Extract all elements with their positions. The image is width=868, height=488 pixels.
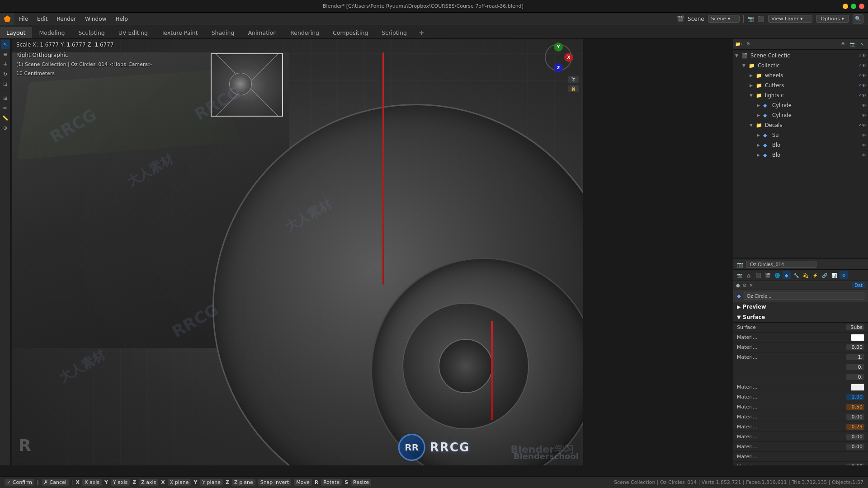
tree-item-cutters[interactable]: ▶ 📁 Cutters ✓ 👁 bbox=[733, 80, 868, 90]
mesh-name-input[interactable] bbox=[744, 292, 864, 300]
tab-uv-editing[interactable]: UV Editing bbox=[112, 27, 154, 38]
tree-eye-decals[interactable]: 👁 bbox=[862, 123, 866, 128]
viewport-3d[interactable]: View ▾ Select ▾ Add ▾ Object ▾ ⊞ Global … bbox=[12, 26, 583, 465]
outliner-render-btn[interactable]: 📷 bbox=[849, 40, 857, 48]
prop-tab-output[interactable]: 🖨 bbox=[745, 271, 753, 279]
tree-eye-lights[interactable]: 👁 bbox=[862, 93, 866, 98]
menu-help[interactable]: Help bbox=[111, 13, 132, 25]
surface-section[interactable]: ▼ Surface bbox=[733, 312, 868, 323]
outliner-visibility-btn[interactable]: 👁 bbox=[839, 40, 847, 48]
mat-value-11[interactable]: 0.00 bbox=[846, 444, 864, 450]
measure-tool-btn[interactable]: 📏 bbox=[1, 113, 10, 122]
tree-item-blo-1[interactable]: ▶ ◆ Blo 👁 bbox=[733, 140, 868, 150]
mat-value-1[interactable]: 0.00 bbox=[846, 344, 864, 350]
tree-item-su[interactable]: ▶ ◆ Su 👁 bbox=[733, 130, 868, 140]
tree-item-cylinde-1[interactable]: ▶ ◆ Cylinde 👁 bbox=[733, 100, 868, 110]
resize-key[interactable]: Resize bbox=[351, 479, 371, 486]
minimize-btn[interactable] bbox=[843, 4, 848, 9]
mat-swatch-5[interactable] bbox=[851, 384, 864, 391]
tree-eye-cutters[interactable]: 👁 bbox=[862, 83, 866, 88]
tree-eye-wheels[interactable]: 👁 bbox=[862, 73, 866, 78]
tree-eye-collectic[interactable]: 👁 bbox=[862, 63, 866, 68]
tree-eye-cylinde-1[interactable]: 👁 bbox=[862, 103, 866, 108]
y-plane-key[interactable]: Y plane bbox=[200, 479, 223, 486]
prop-tab-constraints[interactable]: 🔗 bbox=[821, 271, 829, 279]
scene-select[interactable]: Scene ▾ bbox=[708, 15, 740, 23]
prop-tab-render[interactable]: 📷 bbox=[735, 271, 743, 279]
tab-shading[interactable]: Shading bbox=[205, 27, 241, 38]
mat-value-2[interactable]: 1. bbox=[846, 354, 864, 360]
view-layer-select[interactable]: View Layer ▾ bbox=[768, 15, 812, 23]
tab-modeling[interactable]: Modeling bbox=[33, 27, 71, 38]
mat-value-8[interactable]: 0.00 bbox=[846, 414, 864, 420]
y-axis-key[interactable]: Y axis bbox=[111, 479, 130, 486]
tree-eye-blo-2[interactable]: 👁 bbox=[862, 153, 866, 158]
dat-tab[interactable]: Dat bbox=[852, 282, 865, 288]
options-btn[interactable]: Options ▾ bbox=[816, 15, 849, 23]
mat-value-6[interactable]: 1.00 bbox=[846, 394, 864, 400]
tree-item-collectic[interactable]: ▼ 📁 Collectic ✓ 👁 bbox=[733, 61, 868, 70]
gizmo-y[interactable]: Y bbox=[554, 42, 563, 52]
mat-value-3[interactable]: 0. bbox=[846, 364, 864, 370]
close-btn[interactable] bbox=[859, 4, 864, 9]
x-axis-key[interactable]: X axis bbox=[82, 479, 102, 486]
prop-tab-object[interactable]: ◆ bbox=[783, 271, 791, 279]
prop-tab-scene[interactable]: 🎬 bbox=[764, 271, 772, 279]
z-axis-key[interactable]: Z axis bbox=[139, 479, 158, 486]
menu-render[interactable]: Render bbox=[52, 13, 80, 25]
prop-tab-view-layer[interactable]: ⬛ bbox=[754, 271, 762, 279]
tree-scene-collection[interactable]: ▼ 🎬 Scene Collectic ✓ 👁 bbox=[733, 51, 868, 61]
prop-tab-modifier[interactable]: 🔧 bbox=[792, 271, 800, 279]
tree-item-blo-2[interactable]: ▶ ◆ Blo 👁 bbox=[733, 150, 868, 160]
x-plane-key[interactable]: X plane bbox=[168, 479, 191, 486]
prop-tab-material[interactable]: ⚙ bbox=[840, 271, 848, 279]
move-tool-btn[interactable]: ✛ bbox=[1, 60, 10, 69]
tab-sculpting[interactable]: Sculpting bbox=[72, 27, 111, 38]
cursor-tool-btn[interactable]: ⊕ bbox=[1, 50, 10, 59]
maximize-btn[interactable] bbox=[851, 4, 856, 9]
persp-ortho-btn[interactable]: 🔭 bbox=[568, 76, 579, 83]
search-btn[interactable]: 🔍 bbox=[853, 14, 863, 23]
tab-compositing[interactable]: Compositing bbox=[326, 27, 374, 38]
obj-name-input[interactable] bbox=[746, 261, 816, 268]
subs-value[interactable]: Subs bbox=[846, 324, 864, 330]
outliner-new-collection-btn[interactable]: 📁+ bbox=[735, 40, 743, 48]
tab-scripting[interactable]: Scripting bbox=[375, 27, 413, 38]
tab-layout[interactable]: Layout bbox=[0, 27, 32, 38]
preview-section[interactable]: ▶ Preview bbox=[733, 302, 868, 312]
select-tool-btn[interactable]: ↖ bbox=[1, 40, 10, 49]
tree-item-lights[interactable]: ▼ 📁 lights c ✓ 👁 bbox=[733, 90, 868, 100]
move-key[interactable]: Move bbox=[294, 479, 312, 486]
tree-item-wheels[interactable]: ▶ 📁 wheels ✓ 👁 bbox=[733, 70, 868, 80]
tree-item-cylinde-2[interactable]: ▶ ◆ Cylinde 👁 bbox=[733, 110, 868, 120]
mat-swatch-0[interactable] bbox=[851, 334, 864, 341]
scale-tool-btn[interactable]: ⊡ bbox=[1, 80, 10, 89]
cancel-key[interactable]: ✗ Cancel bbox=[42, 479, 69, 486]
tab-texture-paint[interactable]: Texture Paint bbox=[155, 27, 204, 38]
menu-window[interactable]: Window bbox=[80, 13, 111, 25]
prop-tab-physics[interactable]: ⚡ bbox=[811, 271, 819, 279]
add-object-btn[interactable]: ⊕ bbox=[1, 123, 10, 132]
add-workspace-btn[interactable]: + bbox=[414, 27, 429, 38]
mat-value-7[interactable]: 0.50 bbox=[846, 404, 864, 410]
annotate-tool-btn[interactable]: ✏ bbox=[1, 103, 10, 113]
transform-tool-btn[interactable]: ⊞ bbox=[1, 94, 10, 103]
tab-animation[interactable]: Animation bbox=[241, 27, 283, 38]
prop-tab-world[interactable]: 🌐 bbox=[773, 271, 781, 279]
tree-eye-cylinde-2[interactable]: 👁 bbox=[862, 113, 866, 118]
menu-file[interactable]: File bbox=[14, 13, 33, 25]
prop-tab-particles[interactable]: 💫 bbox=[802, 271, 810, 279]
tree-eye-su[interactable]: 👁 bbox=[862, 133, 866, 138]
confirm-key[interactable]: ✓ Confirm bbox=[5, 479, 34, 486]
rotate-key[interactable]: Rotate bbox=[321, 479, 342, 486]
tree-eye-root[interactable]: 👁 bbox=[862, 53, 866, 58]
snap-invert-key[interactable]: Snap Invert bbox=[258, 479, 292, 486]
gizmo-z[interactable]: Z bbox=[554, 63, 563, 72]
mat-value-10[interactable]: 0.00 bbox=[846, 434, 864, 440]
outliner-select-btn[interactable]: ↖ bbox=[858, 40, 866, 48]
mat-value-4[interactable]: 0. bbox=[846, 374, 864, 380]
gizmo-x[interactable]: X bbox=[564, 53, 573, 62]
prop-tab-data[interactable]: 📊 bbox=[830, 271, 838, 279]
tree-item-decals[interactable]: ▼ 📁 Decals ✓ 👁 bbox=[733, 120, 868, 130]
tab-rendering[interactable]: Rendering bbox=[284, 27, 326, 38]
